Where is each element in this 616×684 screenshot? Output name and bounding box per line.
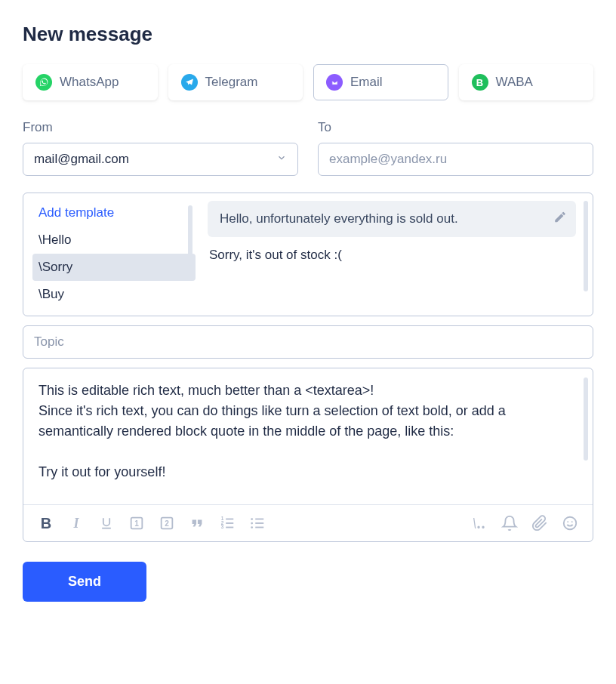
telegram-icon [181, 74, 198, 91]
svg-point-16 [251, 526, 253, 528]
channel-label: WhatsApp [60, 75, 119, 90]
italic-icon[interactable]: I [66, 513, 87, 534]
email-icon [326, 74, 343, 91]
svg-text:2: 2 [165, 519, 169, 528]
page-title: New message [23, 23, 593, 46]
template-preview-card-text: Hello, unfortunately everything is sold … [220, 211, 458, 226]
bell-icon[interactable] [499, 513, 520, 534]
heading2-icon[interactable]: 2 [156, 513, 177, 534]
editor-panel: This is editable rich text, much better … [23, 368, 593, 542]
template-panel: Add template \Hello \Sorry \Buy Hello, u… [23, 193, 593, 316]
template-preview-text: Sorry, it's out of stock :( [208, 248, 576, 263]
template-insert-icon[interactable]: \.. [469, 513, 490, 534]
bold-icon[interactable]: B [35, 513, 57, 534]
from-select[interactable]: mail@gmail.com [23, 143, 298, 176]
channel-selector: WhatsApp Telegram Email B WABA [23, 64, 593, 100]
to-input[interactable] [329, 152, 582, 167]
add-template-link[interactable]: Add template [32, 201, 196, 226]
channel-label: WABA [496, 75, 533, 90]
send-button[interactable]: Send [23, 562, 146, 602]
topic-input[interactable] [34, 334, 582, 350]
attachment-icon[interactable] [529, 513, 550, 534]
quote-icon[interactable] [186, 513, 208, 534]
svg-point-17 [564, 517, 577, 530]
waba-icon: B [472, 74, 488, 91]
template-item[interactable]: \Buy [32, 281, 196, 308]
to-label: To [318, 120, 593, 135]
channel-waba[interactable]: B WABA [459, 64, 594, 100]
svg-point-15 [251, 522, 253, 525]
panel-scrollbar[interactable] [584, 201, 588, 291]
editor-scrollbar[interactable] [584, 377, 588, 461]
editor-toolbar: B I 1 2 123 \.. [23, 504, 593, 541]
bullet-list-icon[interactable] [247, 513, 268, 534]
from-value: mail@gmail.com [34, 152, 129, 167]
from-label: From [23, 120, 298, 135]
svg-text:1: 1 [134, 519, 139, 528]
whatsapp-icon [35, 74, 52, 91]
svg-point-14 [251, 518, 253, 520]
underline-icon[interactable] [96, 513, 117, 534]
svg-text:3: 3 [221, 524, 224, 529]
edit-icon[interactable] [553, 211, 567, 228]
template-list: Add template \Hello \Sorry \Buy [32, 201, 196, 308]
template-preview-card: Hello, unfortunately everything is sold … [208, 201, 576, 237]
to-input-wrap[interactable] [318, 143, 593, 176]
channel-label: Telegram [205, 75, 258, 90]
topic-field[interactable] [23, 325, 593, 359]
chevron-down-icon [276, 152, 287, 167]
channel-telegram[interactable]: Telegram [168, 64, 303, 100]
svg-point-19 [571, 521, 573, 522]
channel-whatsapp[interactable]: WhatsApp [23, 64, 158, 100]
inner-scrollbar[interactable] [188, 205, 192, 266]
template-item[interactable]: \Sorry [32, 254, 196, 281]
template-item[interactable]: \Hello [32, 226, 196, 254]
svg-point-18 [567, 521, 568, 522]
channel-email[interactable]: Email [313, 64, 448, 100]
ordered-list-icon[interactable]: 123 [217, 513, 238, 534]
channel-label: Email [350, 75, 383, 90]
heading1-icon[interactable]: 1 [126, 513, 147, 534]
editor-body[interactable]: This is editable rich text, much better … [23, 368, 593, 504]
emoji-icon[interactable] [559, 513, 581, 534]
